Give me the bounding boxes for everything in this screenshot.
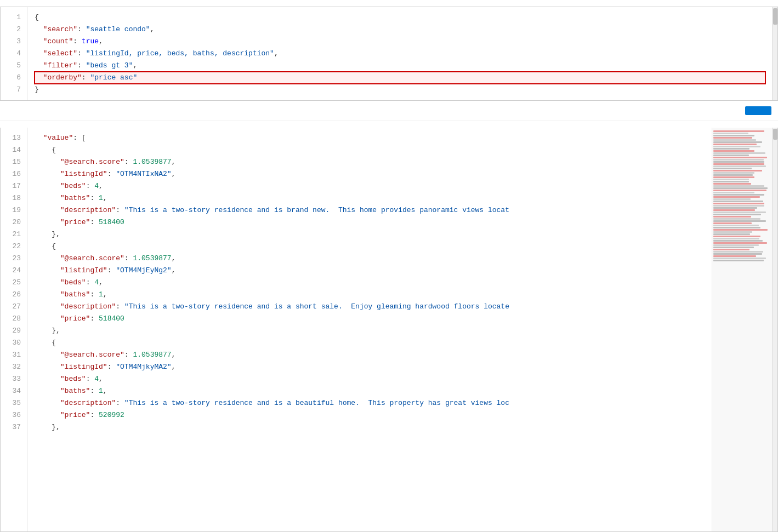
minimap-line: [713, 183, 751, 185]
minimap[interactable]: [712, 128, 772, 531]
line-number: 24: [1, 265, 27, 277]
minimap-line: [713, 238, 759, 239]
minimap-line: [713, 222, 752, 224]
minimap-line: [713, 179, 749, 180]
result-line: "price": 518400: [35, 216, 705, 228]
line-number: 5: [1, 60, 27, 72]
line-number: 17: [1, 180, 27, 192]
minimap-line: [713, 203, 764, 204]
minimap-line: [713, 251, 763, 253]
line-number: 23: [1, 253, 27, 265]
minimap-line: [713, 152, 765, 154]
result-line: "listingId": "OTM4MjEyNg2",: [35, 265, 705, 277]
minimap-line: [713, 139, 756, 141]
line-number: 19: [1, 204, 27, 216]
line-number: 14: [1, 144, 27, 156]
result-line: {: [35, 241, 705, 253]
minimap-line: [713, 214, 761, 215]
minimap-line: [713, 253, 762, 255]
result-line: "value": [: [35, 132, 705, 144]
minimap-line: [713, 168, 752, 169]
editor-line: "search": "seattle condo",: [35, 24, 765, 36]
results-scrollbar[interactable]: [772, 128, 777, 531]
minimap-line: [713, 187, 768, 189]
line-number: 16: [1, 168, 27, 180]
minimap-line: [713, 144, 757, 145]
result-line: "baths": 1,: [35, 289, 705, 301]
result-line: "description": "This is a two-story resi…: [35, 204, 705, 216]
minimap-line: [713, 229, 768, 231]
result-line: },: [35, 228, 705, 241]
editor-section: 1234567 { "search": "seattle condo", "co…: [0, 0, 778, 121]
minimap-line: [713, 255, 756, 257]
minimap-line: [713, 201, 763, 202]
result-line: },: [35, 325, 705, 337]
results-section: 1314151617181920212223242526272829303132…: [0, 121, 778, 532]
minimap-line: [713, 176, 754, 178]
minimap-line: [713, 258, 766, 259]
line-number: 30: [1, 337, 27, 349]
minimap-line: [713, 207, 757, 209]
line-number: 37: [1, 421, 27, 433]
minimap-line: [713, 225, 759, 226]
minimap-line: [713, 240, 763, 242]
minimap-line: [713, 137, 752, 139]
search-button[interactable]: [745, 106, 771, 115]
line-number: 20: [1, 216, 27, 228]
minimap-line: [713, 209, 755, 211]
minimap-line: [713, 161, 764, 163]
editor-scrollbar[interactable]: [772, 7, 777, 100]
result-line: "price": 518400: [35, 313, 705, 325]
search-button-row: [0, 101, 778, 121]
line-number: 26: [1, 289, 27, 301]
line-number: 27: [1, 301, 27, 313]
results-line-numbers: 1314151617181920212223242526272829303132…: [1, 128, 28, 531]
editor-line: "select": "listingId, price, beds, baths…: [35, 48, 765, 60]
minimap-line: [713, 244, 759, 246]
results-title: [0, 121, 778, 128]
minimap-line: [713, 196, 760, 198]
minimap-line: [713, 242, 767, 244]
line-number: 35: [1, 397, 27, 409]
minimap-line: [713, 236, 760, 237]
line-number: 25: [1, 277, 27, 289]
editor-line: "count": true,: [35, 36, 765, 48]
minimap-line: [713, 185, 764, 187]
result-line: "@search.score": 1.0539877,: [35, 253, 705, 265]
line-number: 15: [1, 156, 27, 168]
result-line: "listingId": "OTM4NTIxNA2",: [35, 168, 705, 180]
minimap-line: [713, 205, 764, 207]
line-number: 3: [1, 36, 27, 48]
minimap-line: [713, 190, 766, 191]
minimap-line: [713, 130, 764, 132]
line-number: 33: [1, 373, 27, 385]
minimap-line: [713, 163, 764, 165]
editor-line: }: [35, 84, 765, 96]
minimap-line: [713, 165, 766, 167]
result-line: "beds": 4,: [35, 373, 705, 385]
line-number: 31: [1, 349, 27, 361]
line-number: 13: [1, 132, 27, 144]
result-line: "beds": 4,: [35, 180, 705, 192]
results-code-content[interactable]: "value": [ { "@search.score": 1.0539877,…: [28, 128, 712, 531]
line-number: 28: [1, 313, 27, 325]
editor-code-content[interactable]: { "search": "seattle condo", "count": tr…: [28, 7, 772, 100]
results-wrapper: 1314151617181920212223242526272829303132…: [0, 128, 778, 532]
minimap-line: [713, 155, 749, 156]
line-number: 7: [1, 84, 27, 96]
result-line: "@search.score": 1.0539877,: [35, 156, 705, 168]
minimap-line: [713, 192, 754, 193]
editor-line-numbers: 1234567: [1, 7, 28, 100]
line-number: 22: [1, 241, 27, 253]
result-line: "price": 520992: [35, 409, 705, 421]
result-line: "baths": 1,: [35, 385, 705, 397]
line-number: 1: [1, 12, 27, 24]
line-number: 21: [1, 228, 27, 241]
line-number: 32: [1, 361, 27, 373]
line-number: 2: [1, 24, 27, 36]
minimap-line: [713, 216, 751, 218]
main-layout: 1234567 { "search": "seattle condo", "co…: [0, 0, 778, 532]
editor-line: "orderby": "price asc": [35, 72, 765, 84]
result-line: {: [35, 337, 705, 349]
minimap-line: [713, 211, 766, 213]
